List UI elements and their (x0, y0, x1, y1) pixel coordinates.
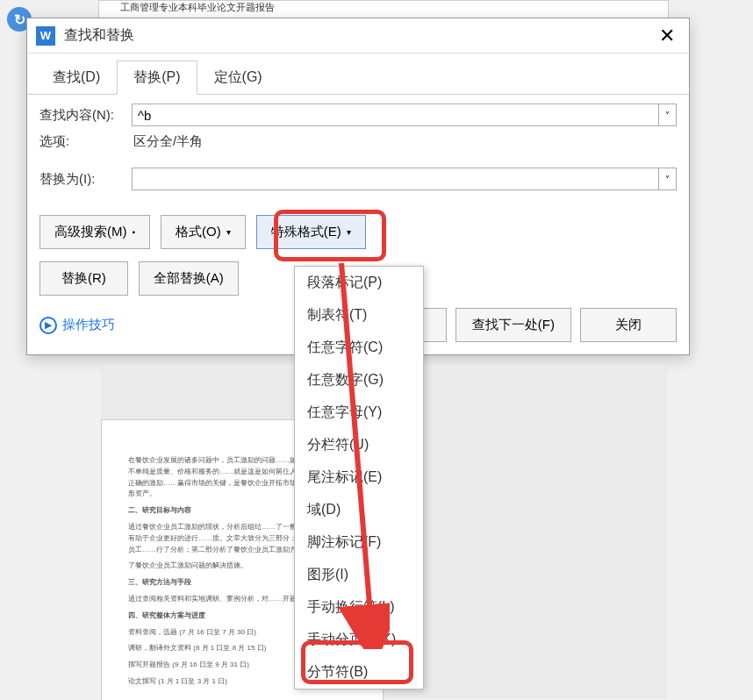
menu-item-graphic[interactable]: 图形(I) (295, 559, 423, 591)
replace-label: 替换为(I): (39, 171, 132, 188)
menu-item-manual-line-break[interactable]: 手动换行符(L) (295, 591, 423, 624)
special-format-button[interactable]: 特殊格式(E)▾ (256, 215, 366, 249)
menu-item-field[interactable]: 域(D) (295, 494, 423, 526)
options-label: 选项: (39, 133, 132, 150)
help-link[interactable]: ▶ 操作技巧 (39, 317, 115, 334)
close-button[interactable]: ✕ (654, 23, 680, 49)
replace-all-button[interactable]: 全部替换(A) (139, 261, 239, 296)
play-icon: ▶ (39, 317, 57, 334)
replace-dropdown-icon[interactable]: ˅ (659, 168, 677, 190)
caret-down-icon: ▾ (226, 227, 231, 237)
tab-replace[interactable]: 替换(P) (117, 61, 197, 95)
options-value: 区分全/半角 (132, 133, 203, 150)
replace-button[interactable]: 替换(R) (39, 261, 128, 296)
menu-item-any-letter[interactable]: 任意字母(Y) (295, 396, 423, 429)
tab-goto[interactable]: 定位(G) (197, 61, 279, 95)
menu-item-endnote-mark[interactable]: 尾注标记(E) (295, 461, 423, 494)
find-label: 查找内容(N): (39, 107, 132, 124)
dialog-titlebar: W 查找和替换 ✕ (27, 18, 689, 54)
menu-item-tab[interactable]: 制表符(T) (295, 299, 423, 332)
dialog-title: 查找和替换 (64, 26, 654, 45)
caret-down-icon: ▾ (347, 227, 351, 237)
options-button-row: 高级搜索(M)▪ 格式(O)▾ 特殊格式(E)▾ (27, 215, 689, 261)
form-area: 查找内容(N): ˅ 选项: 区分全/半角 替换为(I): ˅ (27, 95, 689, 215)
caret-icon: ▪ (133, 227, 136, 237)
menu-item-any-char[interactable]: 任意字符(C) (295, 332, 423, 364)
app-icon: W (36, 26, 55, 46)
tab-bar: 查找(D) 替换(P) 定位(G) (27, 54, 689, 95)
menu-item-footnote-mark[interactable]: 脚注标记(F) (295, 526, 423, 559)
menu-item-paragraph-mark[interactable]: 段落标记(P) (295, 267, 423, 299)
close-action-button[interactable]: 关闭 (580, 308, 677, 342)
menu-item-section-break[interactable]: 分节符(B) (295, 656, 423, 689)
format-button[interactable]: 格式(O)▾ (161, 215, 246, 249)
find-next-button[interactable]: 查找下一处(F) (455, 308, 571, 342)
menu-item-column-break[interactable]: 分栏符(U) (295, 429, 423, 461)
find-input[interactable] (132, 104, 659, 126)
advanced-search-button[interactable]: 高级搜索(M)▪ (39, 215, 150, 249)
tab-find[interactable]: 查找(D) (36, 61, 117, 95)
special-format-menu: 段落标记(P) 制表符(T) 任意字符(C) 任意数字(G) 任意字母(Y) 分… (294, 266, 424, 689)
menu-item-any-digit[interactable]: 任意数字(G) (295, 364, 423, 396)
menu-item-manual-page-break[interactable]: 手动分页符(K) (295, 624, 423, 656)
replace-input[interactable] (132, 168, 659, 190)
find-dropdown-icon[interactable]: ˅ (659, 104, 677, 126)
